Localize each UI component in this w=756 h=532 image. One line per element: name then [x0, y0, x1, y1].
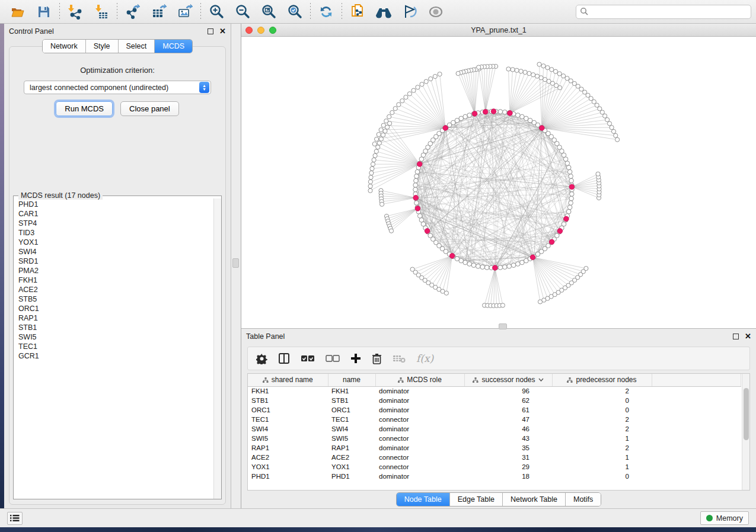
graph-node[interactable] — [503, 265, 508, 270]
graph-hub-node[interactable] — [569, 184, 575, 190]
column-header-mcds-role[interactable]: MCDS role — [375, 374, 464, 386]
graph-node[interactable] — [511, 263, 516, 268]
graph-node[interactable] — [498, 110, 503, 114]
mcds-result-item[interactable]: SWI4 — [18, 247, 212, 257]
graph-leaf-node[interactable] — [610, 126, 614, 130]
zoom-selected-button[interactable] — [282, 2, 308, 22]
graph-hub-node[interactable] — [443, 126, 448, 131]
graph-hub-node[interactable] — [483, 109, 488, 114]
zoom-fit-button[interactable] — [256, 2, 282, 22]
graph-node[interactable] — [569, 178, 574, 183]
import-table-button[interactable] — [88, 2, 114, 22]
graph-leaf-node[interactable] — [412, 88, 416, 92]
graph-node[interactable] — [569, 201, 573, 206]
graph-node[interactable] — [467, 113, 472, 118]
graph-leaf-node[interactable] — [420, 82, 424, 86]
mcds-result-item[interactable]: SRD1 — [18, 257, 212, 266]
delete-column-button[interactable] — [372, 353, 382, 364]
graph-leaf-node[interactable] — [565, 76, 569, 81]
close-table-panel-icon[interactable]: ✕ — [745, 334, 751, 339]
panel-splitter[interactable] — [231, 24, 241, 508]
graph-node[interactable] — [507, 264, 512, 269]
graph-node[interactable] — [498, 265, 503, 270]
graph-node[interactable] — [415, 169, 420, 174]
graph-leaf-node[interactable] — [614, 133, 618, 137]
mcds-result-item[interactable]: TEC1 — [18, 342, 212, 351]
graph-leaf-node[interactable] — [370, 166, 374, 171]
criterion-dropdown[interactable]: largest connected component (undirected)… — [24, 81, 211, 94]
presentation-mode-button[interactable] — [423, 2, 449, 22]
graph-node[interactable] — [503, 110, 508, 115]
graph-leaf-node[interactable] — [546, 66, 550, 70]
zoom-in-button[interactable] — [203, 2, 229, 22]
column-header-shared-name[interactable]: shared name — [248, 374, 328, 386]
graph-hub-node[interactable] — [472, 111, 477, 117]
graph-leaf-node[interactable] — [615, 137, 620, 142]
search-input[interactable] — [589, 8, 747, 16]
graph-leaf-node[interactable] — [381, 133, 385, 137]
graph-node[interactable] — [413, 183, 418, 188]
graph-leaf-node[interactable] — [605, 118, 610, 122]
graph-leaf-node[interactable] — [390, 110, 394, 114]
graph-leaf-node[interactable] — [375, 137, 379, 141]
graph-leaf-node[interactable] — [424, 79, 428, 84]
graph-leaf-node[interactable] — [372, 158, 376, 162]
graph-node[interactable] — [414, 178, 419, 183]
graph-hub-node[interactable] — [530, 255, 535, 260]
mcds-result-item[interactable]: STP4 — [18, 219, 212, 228]
graph-leaf-node[interactable] — [553, 69, 557, 73]
graph-leaf-node[interactable] — [393, 107, 397, 111]
graph-node[interactable] — [463, 260, 468, 265]
run-mcds-button[interactable]: Run MCDS — [56, 101, 113, 116]
graph-node[interactable] — [417, 214, 422, 219]
select-all-button[interactable] — [301, 354, 315, 363]
graph-hub-node[interactable] — [549, 239, 554, 245]
graph-hub-node[interactable] — [417, 162, 422, 167]
graph-hub-node[interactable] — [564, 216, 569, 222]
graph-leaf-node[interactable] — [377, 132, 381, 136]
tab-node-table[interactable]: Node Table — [397, 493, 450, 506]
graph-leaf-node[interactable] — [607, 121, 611, 126]
graph-leaf-node[interactable] — [369, 175, 373, 180]
graph-node[interactable] — [566, 165, 571, 170]
graph-node[interactable] — [419, 157, 424, 162]
graph-node[interactable] — [467, 262, 472, 267]
close-panel-button[interactable]: Close panel — [120, 101, 179, 116]
export-network-button[interactable] — [120, 2, 146, 22]
task-history-button[interactable] — [7, 512, 23, 525]
graph-hub-node[interactable] — [413, 196, 419, 201]
tab-network-table[interactable]: Network Table — [503, 493, 566, 506]
table-row[interactable]: RAP1RAP1dominator352 — [248, 443, 741, 453]
graph-leaf-node[interactable] — [397, 102, 401, 107]
graph-leaf-node[interactable] — [400, 99, 404, 103]
export-image-button[interactable] — [172, 2, 198, 22]
graph-leaf-node[interactable] — [368, 188, 372, 193]
mcds-result-item[interactable]: GCR1 — [18, 351, 212, 361]
mcds-result-item[interactable]: ACE2 — [18, 285, 212, 294]
graph-leaf-node[interactable] — [385, 125, 390, 129]
import-network-button[interactable] — [62, 2, 88, 22]
clone-network-button[interactable] — [344, 2, 371, 22]
graph-leaf-node[interactable] — [438, 72, 442, 76]
graph-hub-node[interactable] — [540, 126, 545, 131]
table-options-button[interactable] — [256, 353, 267, 364]
graph-leaf-node[interactable] — [416, 85, 420, 89]
float-panel-icon[interactable] — [208, 28, 213, 34]
graph-leaf-node[interactable] — [368, 180, 372, 184]
delete-table-button[interactable] — [393, 354, 406, 363]
table-row[interactable]: ORC1ORC1dominator610 — [248, 405, 741, 415]
save-session-button[interactable] — [31, 2, 57, 22]
refresh-button[interactable] — [313, 2, 339, 22]
graph-leaf-node[interactable] — [371, 162, 375, 166]
add-column-button[interactable] — [350, 353, 361, 364]
search-network-button[interactable] — [371, 2, 397, 22]
graph-node[interactable] — [414, 201, 419, 206]
toggle-details-button[interactable] — [397, 2, 423, 22]
graph-leaf-node[interactable] — [389, 229, 393, 233]
splitter-grip[interactable] — [232, 258, 239, 268]
memory-button[interactable]: Memory — [700, 511, 749, 525]
mcds-result-item[interactable]: ORC1 — [18, 304, 212, 313]
horizontal-splitter-grip[interactable] — [499, 323, 507, 329]
graph-leaf-node[interactable] — [584, 267, 588, 271]
mcds-result-item[interactable]: YOX1 — [18, 238, 212, 247]
